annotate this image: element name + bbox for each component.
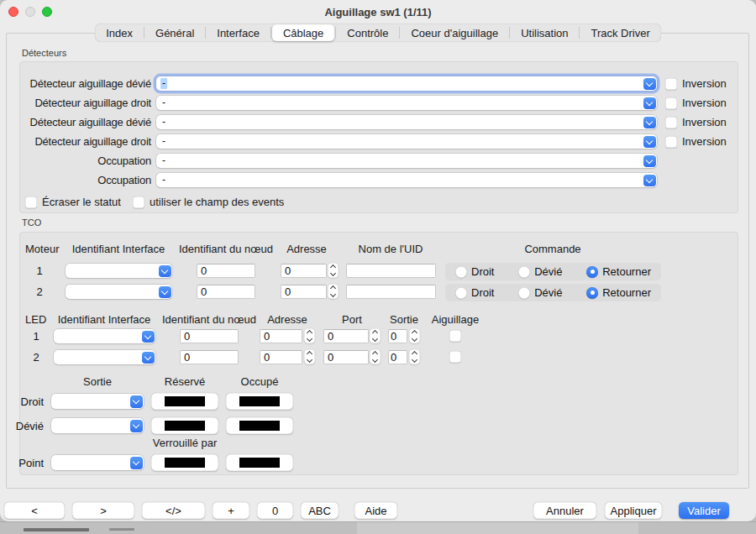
detecteurs-group-title: Détecteurs bbox=[22, 48, 66, 58]
inversion-label: Inversion bbox=[682, 116, 727, 128]
led1-interface-combo[interactable] bbox=[54, 329, 155, 343]
moteur2-retourner-radio[interactable]: Retourner bbox=[586, 286, 651, 299]
moteur2-devie-radio[interactable]: Dévié bbox=[518, 286, 562, 299]
led2-interface-combo[interactable] bbox=[54, 350, 155, 364]
tab-controle[interactable]: Contrôle bbox=[336, 24, 399, 42]
droit-reserve-color-button[interactable] bbox=[151, 393, 218, 410]
droit-occupe-color-button[interactable] bbox=[226, 393, 293, 410]
detecteur-devie-1-combo[interactable]: - bbox=[156, 76, 657, 91]
moteur1-retourner-radio[interactable]: Retourner bbox=[586, 265, 651, 278]
valider-button[interactable]: Valider bbox=[679, 502, 729, 519]
ecraser-statut-checkbox[interactable] bbox=[25, 196, 37, 208]
moteur1-devie-radio[interactable]: Dévié bbox=[518, 265, 562, 278]
zoom-icon[interactable] bbox=[42, 7, 52, 17]
moteur2-uid-field[interactable] bbox=[346, 285, 436, 299]
appliquer-button[interactable]: Appliquer bbox=[605, 502, 662, 519]
led1-sortie-stepper[interactable] bbox=[409, 328, 420, 343]
tab-cablage[interactable]: Câblage bbox=[272, 24, 334, 41]
code-button[interactable]: </> bbox=[142, 502, 205, 519]
tab-coeur-aiguillage[interactable]: Coeur d'aiguillage bbox=[400, 24, 509, 42]
moteur1-noeud-field[interactable] bbox=[197, 264, 255, 278]
background-panel bbox=[357, 522, 638, 534]
occupation-label: Occupation bbox=[20, 174, 151, 186]
point-occupe-color-button[interactable] bbox=[226, 454, 293, 471]
droit-sortie-combo[interactable] bbox=[51, 394, 144, 409]
devie-reserve-color-button[interactable] bbox=[151, 417, 218, 434]
occupation-2-combo[interactable]: - bbox=[156, 173, 657, 187]
led2-port-field[interactable] bbox=[323, 350, 369, 364]
chevron-down-icon[interactable] bbox=[159, 286, 171, 298]
inversion-checkbox-2[interactable] bbox=[665, 97, 677, 109]
detecteur-droit-2-combo[interactable]: - bbox=[156, 134, 657, 149]
led2-sortie-field[interactable] bbox=[388, 350, 407, 364]
next-button[interactable]: > bbox=[72, 502, 134, 519]
moteur1-adresse-stepper[interactable] bbox=[328, 263, 339, 278]
tab-interface[interactable]: Interface bbox=[206, 24, 270, 42]
led1-adresse-stepper[interactable] bbox=[304, 328, 315, 343]
tab-track-driver[interactable]: Track Driver bbox=[580, 24, 660, 42]
led1-noeud-field[interactable] bbox=[180, 329, 239, 343]
moteur1-droit-radio[interactable]: Droit bbox=[455, 265, 494, 278]
tab-utilisation[interactable]: Utilisation bbox=[510, 24, 579, 42]
led2-adresse-field[interactable] bbox=[260, 350, 302, 364]
radio-label: Retourner bbox=[602, 286, 651, 299]
moteur2-adresse-field[interactable] bbox=[281, 285, 327, 299]
led2-port-stepper[interactable] bbox=[370, 349, 381, 364]
chevron-down-icon[interactable] bbox=[643, 97, 656, 109]
led1-port-stepper[interactable] bbox=[370, 328, 381, 343]
chevron-down-icon[interactable] bbox=[643, 175, 656, 186]
moteur1-adresse-field[interactable] bbox=[281, 264, 327, 278]
chevron-down-icon[interactable] bbox=[130, 420, 143, 432]
inversion-checkbox-1[interactable] bbox=[665, 78, 677, 90]
tab-general[interactable]: Général bbox=[144, 24, 205, 42]
moteur2-interface-combo[interactable] bbox=[66, 285, 172, 299]
led2-noeud-field[interactable] bbox=[180, 350, 239, 364]
chevron-down-icon[interactable] bbox=[643, 78, 656, 90]
combo-value: - bbox=[162, 97, 165, 108]
moteur1-uid-field[interactable] bbox=[346, 264, 436, 278]
detecteur-droit-1-combo[interactable]: - bbox=[156, 96, 657, 110]
led-aiguillage-col-header: Aiguillage bbox=[432, 313, 479, 326]
moteur2-noeud-field[interactable] bbox=[197, 285, 255, 299]
close-icon[interactable] bbox=[8, 7, 18, 17]
abc-button[interactable]: ABC bbox=[301, 502, 339, 519]
occupation-row: Occupation - bbox=[20, 154, 738, 168]
chevron-down-icon[interactable] bbox=[130, 457, 143, 469]
chevron-down-icon[interactable] bbox=[142, 331, 155, 343]
devie-sortie-combo[interactable] bbox=[51, 418, 144, 433]
zero-button[interactable]: 0 bbox=[257, 502, 293, 519]
point-sortie-combo[interactable] bbox=[51, 455, 144, 470]
minimize-icon[interactable] bbox=[25, 7, 35, 17]
occupation-1-combo[interactable]: - bbox=[156, 154, 657, 168]
devie-occupe-color-button[interactable] bbox=[226, 417, 293, 434]
chevron-down-icon[interactable] bbox=[130, 395, 143, 408]
chevron-down-icon[interactable] bbox=[643, 136, 656, 148]
chevron-down-icon[interactable] bbox=[159, 265, 171, 277]
tab-index[interactable]: Index bbox=[95, 24, 144, 42]
led1-aiguillage-checkbox[interactable] bbox=[449, 330, 461, 342]
add-button[interactable]: + bbox=[213, 502, 249, 519]
point-verrouille-color-button[interactable] bbox=[151, 454, 218, 471]
led2-sortie-stepper[interactable] bbox=[409, 349, 420, 364]
led1-port-field[interactable] bbox=[323, 329, 369, 343]
chevron-down-icon[interactable] bbox=[643, 117, 656, 128]
moteur2-droit-radio[interactable]: Droit bbox=[455, 286, 494, 299]
detecteur-label: Détecteur aiguillage dévié bbox=[20, 116, 151, 128]
moteur1-interface-combo[interactable] bbox=[66, 264, 172, 278]
led2-aiguillage-checkbox[interactable] bbox=[449, 351, 461, 363]
inversion-checkbox-4[interactable] bbox=[665, 136, 677, 148]
led1-sortie-field[interactable] bbox=[388, 329, 407, 343]
etat-devie-label: Dévié bbox=[16, 420, 44, 432]
led1-adresse-field[interactable] bbox=[260, 329, 302, 343]
annuler-button[interactable]: Annuler bbox=[533, 502, 596, 519]
chevron-down-icon[interactable] bbox=[643, 155, 656, 167]
adresse-col-header: Adresse bbox=[286, 243, 327, 255]
led2-adresse-stepper[interactable] bbox=[304, 349, 315, 364]
prev-button[interactable]: < bbox=[4, 502, 65, 519]
moteur2-adresse-stepper[interactable] bbox=[328, 284, 339, 299]
detecteur-devie-2-combo[interactable]: - bbox=[156, 115, 657, 129]
chevron-down-icon[interactable] bbox=[142, 352, 155, 364]
inversion-checkbox-3[interactable] bbox=[665, 117, 677, 128]
events-checkbox[interactable] bbox=[133, 196, 144, 208]
aide-button[interactable]: Aide bbox=[354, 502, 397, 519]
